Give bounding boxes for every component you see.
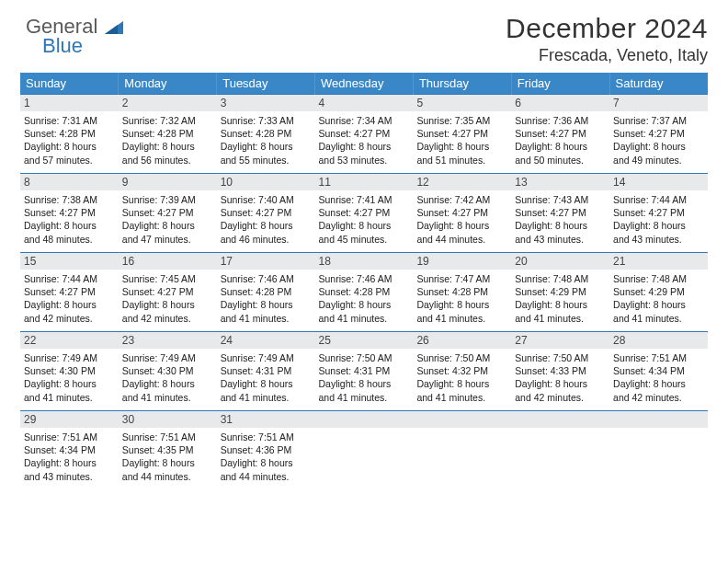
- sunrise-line: Sunrise: 7:48 AM: [515, 272, 606, 285]
- sunset-line: Sunset: 4:36 PM: [221, 443, 312, 456]
- sunrise-line: Sunrise: 7:34 AM: [319, 114, 410, 127]
- daylight-line: Daylight: 8 hours and 56 minutes.: [122, 140, 213, 166]
- calendar-week-row: 1Sunrise: 7:31 AMSunset: 4:28 PMDaylight…: [20, 95, 708, 174]
- sunrise-line: Sunrise: 7:37 AM: [613, 114, 704, 127]
- daylight-line: Daylight: 8 hours and 44 minutes.: [221, 456, 312, 482]
- sunrise-line: Sunrise: 7:50 AM: [416, 351, 507, 364]
- calendar-day-cell: 9Sunrise: 7:39 AMSunset: 4:27 PMDaylight…: [119, 174, 217, 253]
- sunrise-line: Sunrise: 7:40 AM: [221, 193, 312, 206]
- daylight-line: Daylight: 8 hours and 48 minutes.: [24, 219, 115, 245]
- calendar-day-cell: 26Sunrise: 7:50 AMSunset: 4:32 PMDayligh…: [413, 332, 511, 411]
- day-number: 9: [119, 174, 217, 190]
- calendar-day-cell: 14Sunrise: 7:44 AMSunset: 4:27 PMDayligh…: [609, 174, 708, 253]
- sunset-line: Sunset: 4:27 PM: [24, 285, 115, 298]
- sunrise-line: Sunrise: 7:48 AM: [613, 272, 704, 285]
- sunset-line: Sunset: 4:27 PM: [515, 127, 606, 140]
- sunrise-line: Sunrise: 7:39 AM: [122, 193, 213, 206]
- calendar-day-cell: 7Sunrise: 7:37 AMSunset: 4:27 PMDaylight…: [609, 95, 708, 174]
- daylight-line: Daylight: 8 hours and 46 minutes.: [221, 219, 312, 245]
- day-number: 26: [413, 332, 511, 349]
- calendar-day-cell: 5Sunrise: 7:35 AMSunset: 4:27 PMDaylight…: [413, 95, 511, 174]
- daylight-line: Daylight: 8 hours and 41 minutes.: [515, 298, 606, 324]
- day-number: 14: [609, 174, 708, 190]
- sunset-line: Sunset: 4:27 PM: [613, 127, 704, 140]
- calendar-day-cell: 11Sunrise: 7:41 AMSunset: 4:27 PMDayligh…: [315, 174, 414, 253]
- calendar-day-cell: 29Sunrise: 7:51 AMSunset: 4:34 PMDayligh…: [20, 411, 119, 490]
- daylight-line: Daylight: 8 hours and 50 minutes.: [515, 140, 606, 166]
- day-number: 11: [315, 174, 414, 190]
- day-number: 7: [609, 95, 708, 111]
- weekday-header: Thursday: [413, 73, 511, 95]
- day-number-empty: .: [315, 411, 414, 428]
- sunset-line: Sunset: 4:27 PM: [416, 206, 507, 219]
- daylight-line: Daylight: 8 hours and 44 minutes.: [416, 219, 507, 245]
- calendar-day-cell: 13Sunrise: 7:43 AMSunset: 4:27 PMDayligh…: [511, 174, 609, 253]
- sunrise-line: Sunrise: 7:35 AM: [416, 114, 507, 127]
- day-details: Sunrise: 7:49 AMSunset: 4:31 PMDaylight:…: [221, 351, 312, 404]
- sunrise-line: Sunrise: 7:42 AM: [416, 193, 507, 206]
- calendar-day-cell: 16Sunrise: 7:45 AMSunset: 4:27 PMDayligh…: [119, 253, 217, 332]
- sunset-line: Sunset: 4:29 PM: [515, 285, 606, 298]
- calendar-day-cell: .: [511, 411, 609, 490]
- daylight-line: Daylight: 8 hours and 41 minutes.: [221, 298, 312, 324]
- sunrise-line: Sunrise: 7:51 AM: [122, 431, 213, 443]
- sunrise-line: Sunrise: 7:44 AM: [613, 193, 704, 206]
- sunset-line: Sunset: 4:30 PM: [122, 364, 213, 377]
- day-details: Sunrise: 7:45 AMSunset: 4:27 PMDaylight:…: [122, 272, 213, 325]
- daylight-line: Daylight: 8 hours and 42 minutes.: [24, 298, 115, 324]
- calendar-week-row: 22Sunrise: 7:49 AMSunset: 4:30 PMDayligh…: [20, 332, 708, 411]
- daylight-line: Daylight: 8 hours and 55 minutes.: [221, 140, 312, 166]
- day-number: 15: [20, 253, 119, 270]
- day-details: Sunrise: 7:43 AMSunset: 4:27 PMDaylight:…: [515, 193, 606, 246]
- daylight-line: Daylight: 8 hours and 41 minutes.: [416, 377, 507, 403]
- calendar-day-cell: 19Sunrise: 7:47 AMSunset: 4:28 PMDayligh…: [413, 253, 511, 332]
- sunrise-line: Sunrise: 7:31 AM: [24, 114, 115, 127]
- calendar-day-cell: .: [609, 411, 708, 490]
- weekday-header: Saturday: [609, 73, 708, 95]
- calendar-table: SundayMondayTuesdayWednesdayThursdayFrid…: [20, 73, 708, 490]
- day-details: Sunrise: 7:39 AMSunset: 4:27 PMDaylight:…: [122, 193, 213, 246]
- day-number-empty: .: [413, 411, 511, 428]
- day-details: Sunrise: 7:50 AMSunset: 4:33 PMDaylight:…: [515, 351, 606, 404]
- day-number: 21: [609, 253, 708, 270]
- sunrise-line: Sunrise: 7:50 AM: [319, 351, 410, 364]
- sunrise-line: Sunrise: 7:51 AM: [221, 431, 312, 443]
- sunrise-line: Sunrise: 7:44 AM: [24, 272, 115, 285]
- daylight-line: Daylight: 8 hours and 41 minutes.: [122, 377, 213, 403]
- day-details: Sunrise: 7:41 AMSunset: 4:27 PMDaylight:…: [319, 193, 410, 246]
- calendar-day-cell: 31Sunrise: 7:51 AMSunset: 4:36 PMDayligh…: [217, 411, 315, 490]
- day-number-empty: .: [609, 411, 708, 428]
- sunset-line: Sunset: 4:33 PM: [515, 364, 606, 377]
- calendar-day-cell: 28Sunrise: 7:51 AMSunset: 4:34 PMDayligh…: [609, 332, 708, 411]
- sunset-line: Sunset: 4:31 PM: [221, 364, 312, 377]
- calendar-day-cell: 10Sunrise: 7:40 AMSunset: 4:27 PMDayligh…: [217, 174, 315, 253]
- sunset-line: Sunset: 4:29 PM: [613, 285, 704, 298]
- calendar-day-cell: 18Sunrise: 7:46 AMSunset: 4:28 PMDayligh…: [315, 253, 414, 332]
- calendar-day-cell: 1Sunrise: 7:31 AMSunset: 4:28 PMDaylight…: [20, 95, 119, 174]
- sunset-line: Sunset: 4:28 PM: [221, 285, 312, 298]
- sunset-line: Sunset: 4:32 PM: [416, 364, 507, 377]
- day-details: Sunrise: 7:51 AMSunset: 4:35 PMDaylight:…: [122, 431, 213, 483]
- calendar-day-cell: 21Sunrise: 7:48 AMSunset: 4:29 PMDayligh…: [609, 253, 708, 332]
- day-number: 16: [119, 253, 217, 270]
- day-details: Sunrise: 7:38 AMSunset: 4:27 PMDaylight:…: [24, 193, 115, 246]
- day-details: Sunrise: 7:37 AMSunset: 4:27 PMDaylight:…: [613, 114, 704, 167]
- day-details: Sunrise: 7:32 AMSunset: 4:28 PMDaylight:…: [122, 114, 213, 167]
- daylight-line: Daylight: 8 hours and 42 minutes.: [515, 377, 606, 403]
- sunset-line: Sunset: 4:27 PM: [613, 206, 704, 219]
- day-number: 17: [217, 253, 315, 270]
- day-details: Sunrise: 7:34 AMSunset: 4:27 PMDaylight:…: [319, 114, 410, 167]
- day-details: Sunrise: 7:50 AMSunset: 4:31 PMDaylight:…: [319, 351, 410, 404]
- sunset-line: Sunset: 4:28 PM: [24, 127, 115, 140]
- sunrise-line: Sunrise: 7:47 AM: [416, 272, 507, 285]
- calendar-week-row: 15Sunrise: 7:44 AMSunset: 4:27 PMDayligh…: [20, 253, 708, 332]
- day-details: Sunrise: 7:44 AMSunset: 4:27 PMDaylight:…: [613, 193, 704, 246]
- calendar-day-cell: 20Sunrise: 7:48 AMSunset: 4:29 PMDayligh…: [511, 253, 609, 332]
- sunset-line: Sunset: 4:27 PM: [515, 206, 606, 219]
- day-details: Sunrise: 7:47 AMSunset: 4:28 PMDaylight:…: [416, 272, 507, 325]
- daylight-line: Daylight: 8 hours and 47 minutes.: [122, 219, 213, 245]
- calendar-day-cell: 2Sunrise: 7:32 AMSunset: 4:28 PMDaylight…: [119, 95, 217, 174]
- sunset-line: Sunset: 4:28 PM: [221, 127, 312, 140]
- sunrise-line: Sunrise: 7:38 AM: [24, 193, 115, 206]
- sunrise-line: Sunrise: 7:50 AM: [515, 351, 606, 364]
